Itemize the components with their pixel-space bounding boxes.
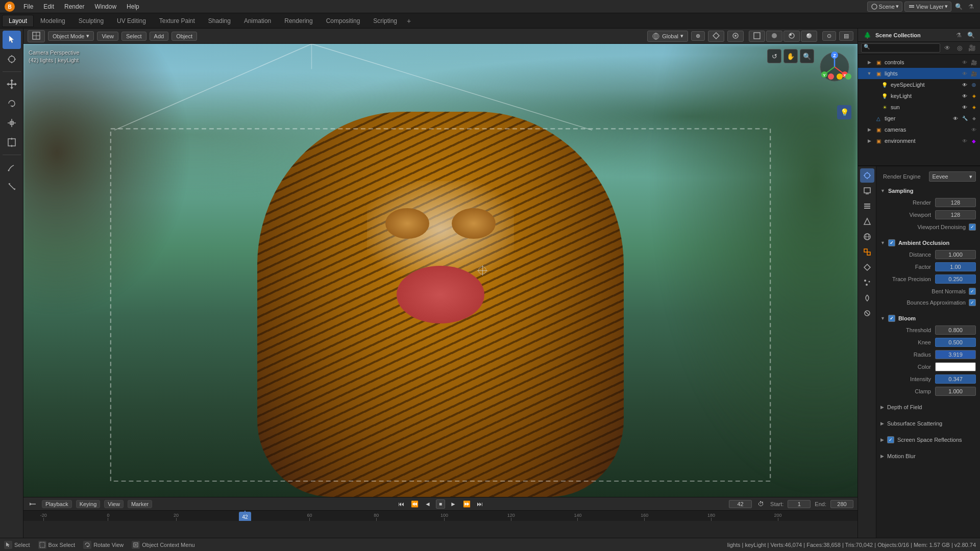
- outliner-toggle-icons[interactable]: 👁: [942, 43, 952, 53]
- menu-render[interactable]: Render: [60, 2, 88, 11]
- scale-tool-btn[interactable]: [3, 114, 21, 132]
- controls-expand-arrow[interactable]: ▶: [866, 59, 872, 65]
- ao-header[interactable]: ▼ ✓ Ambient Occlusion: [880, 237, 976, 249]
- tab-animation[interactable]: Animation: [237, 15, 278, 27]
- add-menu-btn[interactable]: Add: [150, 32, 169, 41]
- tab-sculpting[interactable]: Sculpting: [72, 15, 110, 27]
- bloom-knee-value[interactable]: 0.500: [935, 338, 976, 347]
- lights-eye-icon[interactable]: 👁: [961, 69, 969, 78]
- keylight-extra-icon[interactable]: ◈: [970, 92, 978, 100]
- outliner-item-controls[interactable]: ▶ ▣ controls 👁 🎥: [858, 57, 980, 68]
- tab-modeling[interactable]: Modeling: [34, 15, 72, 27]
- bloom-threshold-value[interactable]: 0.800: [935, 325, 976, 335]
- add-workspace-button[interactable]: +: [404, 16, 414, 26]
- move-tool-btn[interactable]: [3, 75, 21, 93]
- tab-uv-editing[interactable]: UV Editing: [110, 15, 153, 27]
- outliner-item-keylight[interactable]: ▶ 💡 keyLight 👁 ◈: [858, 90, 980, 102]
- prop-tab-particles[interactable]: [860, 276, 874, 290]
- outliner-item-cameras[interactable]: ▶ ▣ cameras 👁: [858, 124, 980, 135]
- step-forward-btn[interactable]: ⏩: [461, 499, 472, 509]
- prop-tab-output[interactable]: [860, 184, 874, 198]
- end-frame-input[interactable]: 280: [830, 500, 853, 508]
- cameras-eye-icon[interactable]: 👁: [970, 126, 978, 134]
- lights-camera-icon[interactable]: 🎥: [970, 69, 978, 78]
- eyespeclight-extra-icon[interactable]: ◎: [970, 81, 978, 89]
- outliner-item-eyespeclight[interactable]: ▶ 💡 eyeSpecLight 👁 ◎: [858, 79, 980, 90]
- outliner-item-tiger[interactable]: ▶ △ tiger 👁 🔧 ◆: [858, 113, 980, 124]
- controls-camera-icon[interactable]: 🎥: [970, 58, 978, 66]
- scene-icon-btn[interactable]: 💡: [837, 105, 851, 119]
- 3d-viewport[interactable]: Camera Perspective (42) lights | keyLigh…: [23, 44, 857, 497]
- outliner-toggle-render[interactable]: 🎥: [967, 43, 977, 53]
- prop-tab-scene[interactable]: [860, 214, 874, 229]
- bloom-intensity-value[interactable]: 0.347: [935, 374, 976, 384]
- prop-tab-world[interactable]: [860, 230, 874, 244]
- tab-layout[interactable]: Layout: [2, 15, 34, 27]
- tab-scripting[interactable]: Scripting: [366, 15, 404, 27]
- outliner-item-environment[interactable]: ▶ ▣ environment 👁 ◆: [858, 135, 980, 146]
- jump-to-end-btn[interactable]: ⏭: [475, 499, 485, 509]
- outliner-filter-icon[interactable]: ⚗: [953, 30, 964, 40]
- sss-header[interactable]: ▶ Subsurface Scattering: [880, 417, 976, 430]
- solid-shading-btn[interactable]: [766, 31, 782, 42]
- tiger-modifier-icon[interactable]: 🔧: [961, 114, 969, 122]
- close-dot[interactable]: [828, 73, 834, 80]
- prop-tab-physics[interactable]: [860, 291, 874, 305]
- viewport-denoising-toggle[interactable]: ✓: [969, 223, 976, 231]
- axis-gizmo[interactable]: Z X Y: [817, 49, 852, 86]
- view-menu-btn[interactable]: View: [97, 32, 118, 41]
- tiger-extra-icon2[interactable]: ◆: [970, 114, 978, 122]
- timeline-content[interactable]: -20 0 20 40: [23, 511, 857, 538]
- ssr-checkbox[interactable]: ✓: [887, 436, 894, 443]
- select-menu-btn[interactable]: Select: [121, 32, 146, 41]
- sampling-header[interactable]: ▼ Sampling: [880, 185, 976, 197]
- viewport-samples-value[interactable]: 128: [935, 210, 976, 219]
- snap-btn[interactable]: [708, 31, 724, 42]
- controls-eye-icon[interactable]: 👁: [961, 58, 969, 66]
- tiger-eye-icon[interactable]: 👁: [951, 114, 960, 122]
- stop-btn[interactable]: ■: [436, 499, 445, 509]
- environment-expand-arrow[interactable]: ▶: [866, 138, 872, 144]
- ao-factor-value[interactable]: 1.00: [935, 262, 976, 271]
- bloom-clamp-value[interactable]: 1.000: [935, 387, 976, 396]
- transform-pivot-btn[interactable]: ⊕: [691, 31, 705, 41]
- cameras-expand-arrow[interactable]: ▶: [866, 127, 872, 133]
- tab-compositing[interactable]: Compositing: [320, 15, 367, 27]
- object-mode-selector[interactable]: Object Mode ▾: [48, 31, 94, 41]
- timeline-track[interactable]: [23, 521, 857, 538]
- timeline-view-menu-btn[interactable]: View: [104, 500, 124, 508]
- rotate-tool-btn[interactable]: [3, 94, 21, 113]
- current-frame-input[interactable]: 42: [729, 500, 752, 508]
- dof-header[interactable]: ▶ Depth of Field: [880, 401, 976, 413]
- bloom-checkbox[interactable]: ✓: [888, 315, 895, 322]
- nav-zoom-btn[interactable]: 🔍: [800, 49, 814, 63]
- playback-menu-btn[interactable]: Playback: [42, 500, 72, 508]
- timeline-editor-type-icon[interactable]: [28, 499, 38, 509]
- filter-icon[interactable]: ⚗: [966, 2, 976, 12]
- transform-tool-btn[interactable]: [3, 133, 21, 152]
- keying-menu-btn[interactable]: Keying: [76, 500, 101, 508]
- annotate-tool-btn[interactable]: [3, 158, 21, 177]
- render-samples-value[interactable]: 128: [935, 198, 976, 207]
- tab-rendering[interactable]: Rendering: [278, 15, 319, 27]
- marker-menu-btn[interactable]: Marker: [128, 500, 152, 508]
- object-menu-btn[interactable]: Object: [172, 32, 197, 41]
- lights-expand-arrow[interactable]: ▼: [866, 70, 872, 77]
- play-btn[interactable]: ►: [448, 499, 458, 509]
- nav-orbit-btn[interactable]: ↺: [767, 49, 781, 63]
- environment-extra-icon[interactable]: ◆: [970, 137, 978, 145]
- material-shading-btn[interactable]: [783, 31, 800, 42]
- prop-tab-modifier[interactable]: [860, 260, 874, 274]
- view-layer-selector[interactable]: View Layer ▾: [904, 2, 951, 12]
- fps-settings-btn[interactable]: ⏱: [756, 499, 766, 509]
- nav-pan-btn[interactable]: ✋: [783, 49, 798, 63]
- cursor-tool-btn[interactable]: [3, 50, 21, 68]
- xray-btn[interactable]: ▤: [839, 31, 853, 41]
- ao-distance-value[interactable]: 1.000: [935, 250, 976, 259]
- motion-blur-header[interactable]: ▶ Motion Blur: [880, 450, 976, 462]
- sun-eye-icon[interactable]: 👁: [961, 103, 969, 111]
- play-reverse-btn[interactable]: ◄: [423, 499, 433, 509]
- bloom-radius-value[interactable]: 3.919: [935, 350, 976, 359]
- tab-shading[interactable]: Shading: [202, 15, 237, 27]
- bounces-approx-checkbox[interactable]: ✓: [969, 299, 976, 306]
